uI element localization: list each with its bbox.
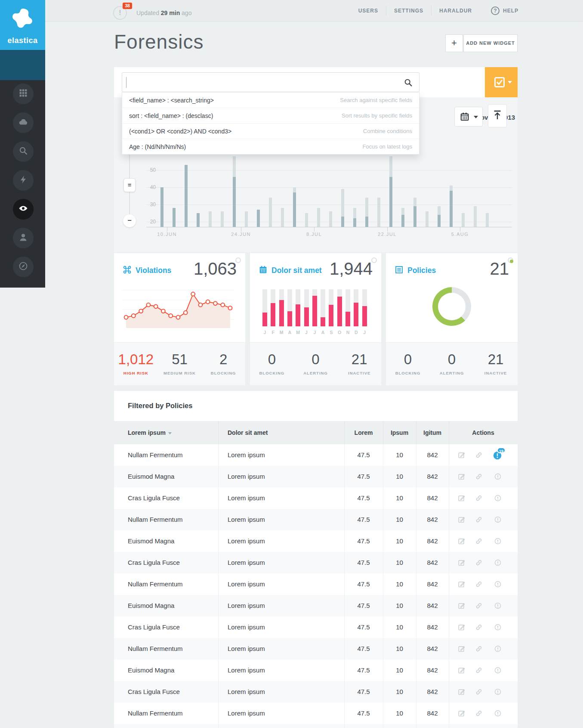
link-action-icon[interactable] xyxy=(475,623,483,631)
brand-logo-block[interactable]: elastica xyxy=(0,0,45,50)
search-icon[interactable] xyxy=(404,78,413,89)
cell-igitum: 842 xyxy=(416,530,449,552)
column-divider xyxy=(218,616,219,638)
column-divider xyxy=(383,616,383,638)
sidebar-item-eye[interactable] xyxy=(13,199,34,220)
bar-total xyxy=(269,198,272,227)
info-action-icon[interactable] xyxy=(494,602,502,610)
cell-lorem: 47.5 xyxy=(344,595,383,616)
cell-igitum: 842 xyxy=(416,681,449,703)
info-action-icon[interactable] xyxy=(494,645,502,653)
info-action-icon[interactable] xyxy=(494,580,502,588)
search-suggestion[interactable]: sort : <field_name> : (desclasc)Sort res… xyxy=(122,108,419,123)
bar-total xyxy=(426,211,429,227)
add-widget-plus-button[interactable]: + xyxy=(445,34,463,52)
edit-action-icon[interactable] xyxy=(458,709,466,717)
link-action-icon[interactable] xyxy=(475,559,483,567)
link-action-icon[interactable] xyxy=(475,580,483,588)
bar-highlight xyxy=(293,192,296,227)
sidebar-item-cloud[interactable] xyxy=(13,112,34,133)
zoom-slider-handle[interactable]: = xyxy=(123,178,136,192)
topbar-link-haraldur[interactable]: HARALDUR xyxy=(432,8,480,14)
help-link[interactable]: ?HELP xyxy=(491,6,518,15)
bar-total xyxy=(245,211,248,227)
edit-action-icon[interactable] xyxy=(458,494,466,502)
bar-highlight xyxy=(438,215,441,227)
edit-action-icon[interactable] xyxy=(458,537,466,545)
cloud-icon xyxy=(18,117,28,129)
upload-icon xyxy=(492,109,503,122)
cell-lorem: 47.5 xyxy=(344,681,383,703)
topbar-link-users[interactable]: USERS xyxy=(351,8,386,14)
column-divider xyxy=(218,681,219,703)
sidebar-item-search[interactable] xyxy=(13,141,34,162)
column-divider xyxy=(383,638,383,660)
bar-label: A xyxy=(286,330,294,335)
edit-action-icon[interactable] xyxy=(458,451,466,459)
zoom-out-button[interactable]: − xyxy=(123,214,136,227)
edit-action-icon[interactable] xyxy=(458,666,466,674)
info-action-icon[interactable] xyxy=(494,559,502,567)
column-divider xyxy=(218,444,219,466)
search-input[interactable] xyxy=(122,72,420,92)
link-action-icon[interactable] xyxy=(475,666,483,674)
cell-ipsum: 10 xyxy=(383,660,416,681)
info-action-icon[interactable] xyxy=(494,709,502,717)
sidebar-item-user[interactable] xyxy=(13,228,34,248)
link-action-icon[interactable] xyxy=(475,688,483,696)
column-header-sortable[interactable]: Lorem ipsum xyxy=(128,421,172,444)
widget-value: 1,944 xyxy=(330,259,373,279)
cell-igitum: 842 xyxy=(416,466,449,487)
add-widget-button[interactable]: ADD NEW WIDGET xyxy=(463,34,518,52)
info-action-icon[interactable] xyxy=(494,623,502,631)
info-action-icon[interactable] xyxy=(494,473,502,480)
stat-blocking: 0BLOCKING xyxy=(250,343,294,385)
edit-action-icon[interactable] xyxy=(458,688,466,696)
link-action-icon[interactable] xyxy=(475,602,483,610)
link-action-icon[interactable] xyxy=(475,494,483,502)
widget-title: Dolor sit amet xyxy=(271,266,322,275)
link-action-icon[interactable] xyxy=(475,709,483,717)
stat-label: ALERTING xyxy=(430,371,474,375)
column-divider xyxy=(344,552,345,573)
sidebar-item-grid[interactable] xyxy=(13,84,34,104)
link-action-icon[interactable] xyxy=(475,451,483,459)
sidebar-item-compass[interactable] xyxy=(13,257,34,277)
alert-action-icon[interactable]: 19 xyxy=(493,451,502,460)
bar-total xyxy=(281,208,284,227)
bulk-select-button[interactable] xyxy=(485,67,518,97)
info-action-icon[interactable] xyxy=(494,516,502,524)
info-action-icon[interactable] xyxy=(494,494,502,502)
topbar-link-settings[interactable]: SETTINGS xyxy=(386,8,431,14)
table-row: Cras Ligula FusceLorem ipsum47.510842 xyxy=(114,681,518,703)
cell-lorem: 47.5 xyxy=(344,466,383,487)
info-action-icon[interactable] xyxy=(494,688,502,696)
widget-title: Policies xyxy=(407,266,436,275)
link-action-icon[interactable] xyxy=(475,516,483,524)
edit-action-icon[interactable] xyxy=(458,559,466,567)
stat-inactive: 21INACTIVE xyxy=(474,343,518,385)
search-suggestion[interactable]: Age : (Nd/Nh/Nm/Ns)Focus on latest logs xyxy=(122,139,419,154)
link-action-icon[interactable] xyxy=(475,473,483,480)
edit-action-icon[interactable] xyxy=(458,516,466,524)
edit-action-icon[interactable] xyxy=(458,602,466,610)
edit-action-icon[interactable] xyxy=(458,473,466,480)
edit-action-icon[interactable] xyxy=(458,623,466,631)
column-divider xyxy=(416,724,416,728)
info-action-icon[interactable] xyxy=(494,666,502,674)
link-action-icon[interactable] xyxy=(475,645,483,653)
link-action-icon[interactable] xyxy=(475,537,483,545)
edit-action-icon[interactable] xyxy=(458,580,466,588)
bar-total xyxy=(305,213,308,227)
calendar-picker-button[interactable] xyxy=(454,107,483,127)
column-divider xyxy=(416,595,416,616)
column-divider xyxy=(383,660,383,681)
stat-label: ALERTING xyxy=(294,371,338,375)
search-suggestion[interactable]: (<cond1> OR <cond2>) AND <cond3>Combine … xyxy=(122,123,419,139)
search-suggestion[interactable]: <field_name> : <search_string>Search aga… xyxy=(122,92,419,108)
stat-label: MEDIUM RISK xyxy=(158,371,202,375)
sidebar-item-lightning[interactable] xyxy=(13,170,34,191)
export-button[interactable] xyxy=(488,104,507,127)
info-action-icon[interactable] xyxy=(494,537,502,545)
edit-action-icon[interactable] xyxy=(458,645,466,653)
